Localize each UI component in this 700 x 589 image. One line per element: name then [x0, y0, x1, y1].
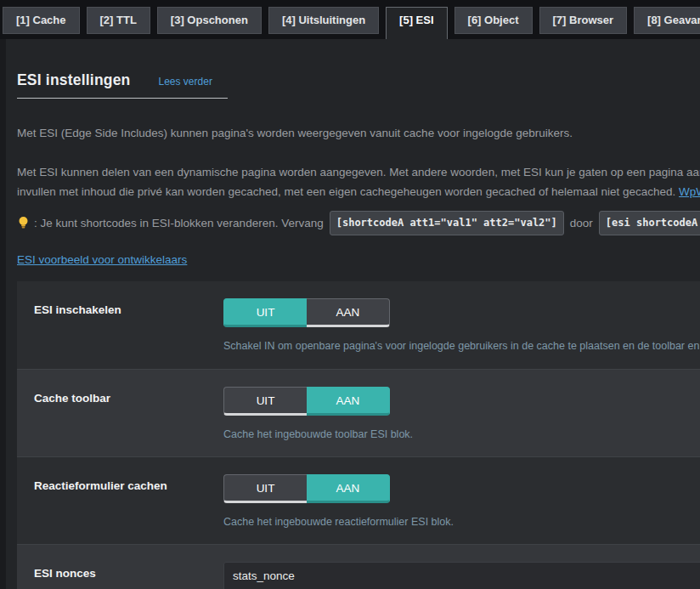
setting-description: Schakel IN om openbare pagina's voor ing… — [223, 340, 700, 352]
setting-field: stats_nonce subscribe_nonce — [223, 562, 700, 589]
esi-nonces-textarea[interactable]: stats_nonce subscribe_nonce — [223, 562, 700, 589]
shortcode-example-original: [shortcodeA att1="val1" att2="val2"] — [330, 211, 564, 235]
setting-label: ESI inschakelen — [34, 298, 223, 369]
section-heading: ESI instellingen Lees verder — [17, 71, 228, 99]
tab-opschonen[interactable]: [3] Opschonen — [157, 7, 262, 34]
intro-paragraph-2-line2-text: invullen met inhoud die privé kan worden… — [17, 185, 675, 198]
intro-paragraph-2-line2: invullen met inhoud die privé kan worden… — [17, 182, 700, 201]
intro-paragraph-1: Met ESI (Edge Side Includes) kunnen pagi… — [17, 123, 700, 143]
esi-developer-example-link[interactable]: ESI voorbeeld voor ontwikkelaars — [17, 253, 187, 266]
setting-row-esi-nonces: ESI nonces stats_nonce subscribe_nonce — [17, 544, 700, 589]
esi-enable-toggle: UIT AAN — [223, 298, 390, 327]
shortcode-tip-prefix: : Je kunt shortcodes in ESI-blokken vera… — [34, 213, 324, 233]
cache-comment-form-toggle: UIT AAN — [223, 474, 390, 503]
read-more-link[interactable]: Lees verder — [159, 76, 212, 88]
tab-uitsluitingen[interactable]: [4] Uitsluitingen — [268, 7, 379, 34]
setting-row-esi-inschakelen: ESI inschakelen UIT AAN Schakel IN om op… — [17, 281, 700, 369]
intro-paragraph-2-line1: Met ESI kunnen delen van een dynamische … — [17, 162, 700, 182]
page-title: ESI instellingen — [17, 71, 131, 89]
shortcode-example-esi: [esi shortcodeA att1="val1" att2 — [599, 211, 700, 235]
setting-label: ESI nonces — [34, 562, 223, 589]
setting-label: Reactieformulier cachen — [34, 474, 223, 544]
shortcode-tip-middle: door — [570, 213, 593, 233]
toggle-on-button[interactable]: AAN — [307, 387, 390, 416]
tab-object[interactable]: [6] Object — [454, 7, 533, 34]
lightbulb-icon — [17, 216, 30, 230]
shortcode-tip: : Je kunt shortcodes in ESI-blokken vera… — [17, 211, 700, 235]
setting-label: Cache toolbar — [34, 387, 223, 456]
left-edge-strip — [0, 39, 6, 589]
cache-toolbar-toggle: UIT AAN — [223, 387, 390, 416]
tab-geavanceerd[interactable]: [8] Geavanceerd — [634, 7, 700, 34]
settings-table: ESI inschakelen UIT AAN Schakel IN om op… — [17, 281, 700, 589]
setting-row-cache-toolbar: Cache toolbar UIT AAN Cache het ingebouw… — [17, 369, 700, 456]
toggle-off-button[interactable]: UIT — [223, 474, 307, 503]
tab-ttl[interactable]: [2] TTL — [87, 7, 150, 34]
toggle-on-button[interactable]: AAN — [307, 298, 390, 327]
content-area: ESI instellingen Lees verder Met ESI (Ed… — [6, 39, 700, 589]
setting-field: UIT AAN Cache het ingebouwde reactieform… — [223, 474, 700, 544]
litespeed-esi-settings-page: [1] Cache [2] TTL [3] Opschonen [4] Uits… — [0, 0, 700, 589]
setting-description: Cache het ingebouwde toolbar ESI blok. — [223, 428, 700, 440]
toggle-off-button[interactable]: UIT — [223, 387, 307, 416]
setting-row-reactieformulier-cachen: Reactieformulier cachen UIT AAN Cache he… — [17, 456, 700, 544]
tab-bar: [1] Cache [2] TTL [3] Opschonen [4] Uits… — [0, 0, 700, 39]
setting-field: UIT AAN Schakel IN om openbare pagina's … — [223, 298, 700, 369]
tab-cache[interactable]: [1] Cache — [3, 7, 80, 34]
setting-description: Cache het ingebouwde reactieformulier ES… — [223, 516, 700, 528]
toggle-on-button[interactable]: AAN — [307, 474, 390, 503]
tab-browser[interactable]: [7] Browser — [539, 7, 628, 34]
tab-esi[interactable]: [5] ESI — [386, 7, 447, 39]
toggle-off-button[interactable]: UIT — [223, 298, 307, 327]
setting-field: UIT AAN Cache het ingebouwde toolbar ESI… — [223, 387, 700, 456]
wpw-private-cache-link[interactable]: WpW: Priva — [679, 185, 700, 198]
